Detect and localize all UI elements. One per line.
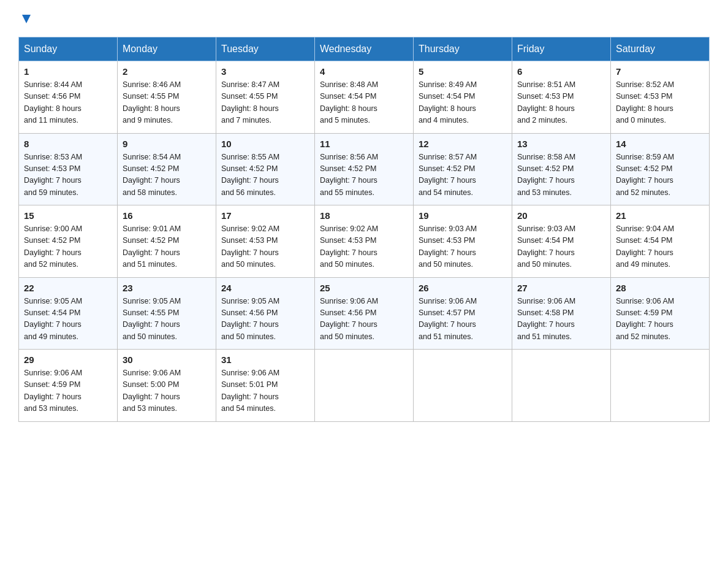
calendar-cell: 23 Sunrise: 9:05 AMSunset: 4:55 PMDaylig… — [118, 277, 216, 350]
day-number: 21 — [616, 210, 704, 221]
day-info: Sunrise: 9:00 AMSunset: 4:52 PMDaylight:… — [24, 224, 82, 269]
day-number: 8 — [24, 139, 112, 149]
day-info: Sunrise: 9:06 AMSunset: 5:01 PMDaylight:… — [221, 369, 279, 413]
calendar-cell: 17 Sunrise: 9:02 AMSunset: 4:53 PMDaylig… — [216, 205, 315, 278]
calendar-cell: 10 Sunrise: 8:55 AMSunset: 4:52 PMDaylig… — [216, 133, 315, 205]
day-info: Sunrise: 9:06 AMSunset: 4:59 PMDaylight:… — [24, 369, 82, 413]
day-info: Sunrise: 9:03 AMSunset: 4:53 PMDaylight:… — [419, 224, 477, 269]
day-number: 2 — [123, 66, 211, 77]
calendar-week-row: 29 Sunrise: 9:06 AMSunset: 4:59 PMDaylig… — [19, 350, 710, 422]
day-number: 23 — [123, 283, 211, 293]
calendar-table: SundayMondayTuesdayWednesdayThursdayFrid… — [18, 37, 710, 422]
calendar-week-row: 22 Sunrise: 9:05 AMSunset: 4:54 PMDaylig… — [19, 277, 710, 350]
day-number: 25 — [320, 283, 408, 293]
day-number: 31 — [221, 354, 309, 365]
day-info: Sunrise: 8:55 AMSunset: 4:52 PMDaylight:… — [221, 153, 279, 197]
day-info: Sunrise: 8:53 AMSunset: 4:53 PMDaylight:… — [24, 153, 82, 197]
calendar-cell: 30 Sunrise: 9:06 AMSunset: 5:00 PMDaylig… — [118, 350, 216, 422]
calendar-cell: 28 Sunrise: 9:06 AMSunset: 4:59 PMDaylig… — [611, 277, 710, 350]
day-info: Sunrise: 8:44 AMSunset: 4:56 PMDaylight:… — [24, 80, 82, 124]
day-number: 9 — [123, 139, 211, 149]
calendar-cell: 12 Sunrise: 8:57 AMSunset: 4:52 PMDaylig… — [414, 133, 512, 205]
calendar-cell: 15 Sunrise: 9:00 AMSunset: 4:52 PMDaylig… — [19, 205, 118, 278]
calendar-cell — [512, 350, 611, 422]
day-info: Sunrise: 8:49 AMSunset: 4:54 PMDaylight:… — [419, 80, 477, 124]
day-number: 18 — [320, 210, 408, 221]
day-number: 15 — [24, 210, 112, 221]
calendar-week-row: 1 Sunrise: 8:44 AMSunset: 4:56 PMDayligh… — [19, 61, 710, 134]
col-header-saturday: Saturday — [611, 37, 710, 61]
day-info: Sunrise: 9:06 AMSunset: 4:58 PMDaylight:… — [517, 297, 575, 341]
svg-marker-0 — [22, 15, 31, 23]
calendar-cell: 13 Sunrise: 8:58 AMSunset: 4:52 PMDaylig… — [512, 133, 611, 205]
calendar-cell — [611, 350, 710, 422]
day-number: 4 — [320, 66, 408, 77]
day-info: Sunrise: 8:51 AMSunset: 4:53 PMDaylight:… — [517, 80, 575, 124]
day-number: 30 — [123, 354, 211, 365]
day-number: 13 — [517, 139, 605, 149]
day-info: Sunrise: 9:04 AMSunset: 4:54 PMDaylight:… — [616, 224, 674, 269]
day-number: 29 — [24, 354, 112, 365]
day-info: Sunrise: 8:46 AMSunset: 4:55 PMDaylight:… — [123, 80, 181, 124]
day-number: 14 — [616, 139, 704, 149]
day-number: 24 — [221, 283, 309, 293]
day-info: Sunrise: 8:57 AMSunset: 4:52 PMDaylight:… — [419, 153, 477, 197]
calendar-cell: 4 Sunrise: 8:48 AMSunset: 4:54 PMDayligh… — [315, 61, 414, 134]
day-info: Sunrise: 8:54 AMSunset: 4:52 PMDaylight:… — [123, 153, 181, 197]
calendar-cell: 24 Sunrise: 9:05 AMSunset: 4:56 PMDaylig… — [216, 277, 315, 350]
calendar-week-row: 15 Sunrise: 9:00 AMSunset: 4:52 PMDaylig… — [19, 205, 710, 278]
calendar-cell: 9 Sunrise: 8:54 AMSunset: 4:52 PMDayligh… — [118, 133, 216, 205]
calendar-cell: 3 Sunrise: 8:47 AMSunset: 4:55 PMDayligh… — [216, 61, 315, 134]
calendar-cell: 19 Sunrise: 9:03 AMSunset: 4:53 PMDaylig… — [414, 205, 512, 278]
calendar-cell: 2 Sunrise: 8:46 AMSunset: 4:55 PMDayligh… — [118, 61, 216, 134]
day-number: 16 — [123, 210, 211, 221]
calendar-cell: 1 Sunrise: 8:44 AMSunset: 4:56 PMDayligh… — [19, 61, 118, 134]
day-number: 20 — [517, 210, 605, 221]
day-info: Sunrise: 9:05 AMSunset: 4:56 PMDaylight:… — [221, 297, 279, 341]
day-number: 26 — [419, 283, 507, 293]
day-info: Sunrise: 9:02 AMSunset: 4:53 PMDaylight:… — [221, 224, 279, 269]
calendar-cell — [315, 350, 414, 422]
day-info: Sunrise: 9:05 AMSunset: 4:54 PMDaylight:… — [24, 297, 82, 341]
day-info: Sunrise: 8:56 AMSunset: 4:52 PMDaylight:… — [320, 153, 378, 197]
day-number: 6 — [517, 66, 605, 77]
col-header-thursday: Thursday — [414, 37, 512, 61]
day-info: Sunrise: 9:03 AMSunset: 4:54 PMDaylight:… — [517, 224, 575, 269]
day-info: Sunrise: 8:47 AMSunset: 4:55 PMDaylight:… — [221, 80, 279, 124]
col-header-tuesday: Tuesday — [216, 37, 315, 61]
day-info: Sunrise: 8:59 AMSunset: 4:52 PMDaylight:… — [616, 153, 674, 197]
day-info: Sunrise: 9:06 AMSunset: 4:57 PMDaylight:… — [419, 297, 477, 341]
calendar-cell: 22 Sunrise: 9:05 AMSunset: 4:54 PMDaylig… — [19, 277, 118, 350]
calendar-week-row: 8 Sunrise: 8:53 AMSunset: 4:53 PMDayligh… — [19, 133, 710, 205]
day-info: Sunrise: 9:01 AMSunset: 4:52 PMDaylight:… — [123, 224, 181, 269]
day-info: Sunrise: 9:06 AMSunset: 5:00 PMDaylight:… — [123, 369, 181, 413]
logo — [18, 12, 33, 26]
day-number: 3 — [221, 66, 309, 77]
day-info: Sunrise: 8:48 AMSunset: 4:54 PMDaylight:… — [320, 80, 378, 124]
calendar-cell: 7 Sunrise: 8:52 AMSunset: 4:53 PMDayligh… — [611, 61, 710, 134]
day-number: 1 — [24, 66, 112, 77]
calendar-cell: 8 Sunrise: 8:53 AMSunset: 4:53 PMDayligh… — [19, 133, 118, 205]
day-number: 7 — [616, 66, 704, 77]
calendar-cell: 16 Sunrise: 9:01 AMSunset: 4:52 PMDaylig… — [118, 205, 216, 278]
logo-arrow-icon — [20, 12, 33, 26]
calendar-cell: 11 Sunrise: 8:56 AMSunset: 4:52 PMDaylig… — [315, 133, 414, 205]
day-number: 22 — [24, 283, 112, 293]
calendar-cell: 25 Sunrise: 9:06 AMSunset: 4:56 PMDaylig… — [315, 277, 414, 350]
col-header-monday: Monday — [118, 37, 216, 61]
calendar-cell: 21 Sunrise: 9:04 AMSunset: 4:54 PMDaylig… — [611, 205, 710, 278]
col-header-friday: Friday — [512, 37, 611, 61]
calendar-cell: 18 Sunrise: 9:02 AMSunset: 4:53 PMDaylig… — [315, 205, 414, 278]
calendar-cell — [414, 350, 512, 422]
day-info: Sunrise: 9:06 AMSunset: 4:56 PMDaylight:… — [320, 297, 378, 341]
day-number: 5 — [419, 66, 507, 77]
day-number: 10 — [221, 139, 309, 149]
calendar-cell: 27 Sunrise: 9:06 AMSunset: 4:58 PMDaylig… — [512, 277, 611, 350]
col-header-sunday: Sunday — [19, 37, 118, 61]
day-info: Sunrise: 9:02 AMSunset: 4:53 PMDaylight:… — [320, 224, 378, 269]
day-number: 27 — [517, 283, 605, 293]
calendar-header-row: SundayMondayTuesdayWednesdayThursdayFrid… — [19, 37, 710, 61]
day-number: 28 — [616, 283, 704, 293]
day-number: 19 — [419, 210, 507, 221]
day-number: 11 — [320, 139, 408, 149]
